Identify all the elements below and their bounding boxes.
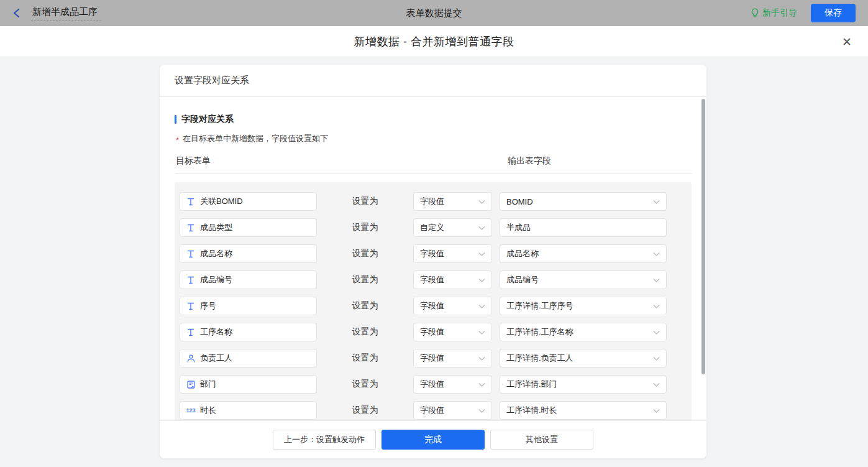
target-field-label: 负责工人: [200, 353, 232, 364]
chevron-down-icon: [478, 223, 485, 233]
target-field-label: 成品编号: [200, 274, 232, 285]
output-field-select[interactable]: 工序详情.工序序号: [500, 297, 667, 315]
chevron-down-icon: [478, 275, 485, 285]
department-field-icon: [186, 381, 195, 389]
output-field-select[interactable]: 工序详情.工序名称: [500, 323, 667, 341]
column-headers: 目标表单 输出表字段: [175, 155, 692, 174]
modal-header: 新增数据 - 合并新增到普通字段 ✕: [0, 26, 868, 57]
set-as-label: 设置为: [317, 379, 413, 390]
mapping-row: 关联BOMID 设置为 字段值 BOMID: [180, 192, 687, 211]
value-type-select[interactable]: 字段值: [413, 323, 492, 341]
target-field-label: 关联BOMID: [200, 196, 243, 207]
required-mark: *: [176, 136, 179, 145]
target-field-box: 部门: [180, 375, 317, 394]
output-field-selected: BOMID: [506, 197, 653, 206]
output-field-selected: 工序详情.工序序号: [506, 300, 653, 312]
mapping-row: 序号 设置为 字段值 工序详情.工序序号: [180, 297, 687, 315]
value-type-selected: 字段值: [420, 274, 478, 285]
text-field-icon: [186, 302, 195, 310]
text-field-icon: [186, 198, 195, 206]
target-field-label: 成品名称: [200, 248, 232, 259]
set-as-label: 设置为: [317, 300, 413, 312]
set-as-label: 设置为: [317, 326, 413, 338]
output-field-selected: 工序详情.部门: [506, 379, 653, 390]
value-type-select[interactable]: 字段值: [413, 401, 492, 420]
output-field-selected: 工序详情.时长: [506, 405, 653, 416]
chevron-down-icon: [478, 302, 485, 311]
chevron-down-icon: [478, 354, 485, 363]
value-type-select[interactable]: 字段值: [413, 297, 492, 315]
set-as-label: 设置为: [317, 405, 413, 416]
section-title: 字段对应关系: [175, 114, 692, 125]
text-field-icon: [186, 224, 195, 232]
mapping-rows: 关联BOMID 设置为 字段值 BOMID: [175, 182, 692, 420]
chevron-down-icon: [478, 197, 485, 206]
mapping-row: 成品名称 设置为 字段值 成品名称: [180, 244, 687, 263]
modal-body: 设置字段对应关系 字段对应关系 * 在目标表单中新增数据，字段值设置如下 目标表…: [0, 57, 868, 467]
target-field-box: 成品类型: [180, 218, 317, 237]
chevron-down-icon: [653, 328, 660, 337]
chevron-down-icon: [478, 328, 485, 337]
card-content: 字段对应关系 * 在目标表单中新增数据，字段值设置如下 目标表单 输出表字段: [160, 97, 706, 420]
guide-label: 新手引导: [762, 7, 797, 19]
output-field-select[interactable]: BOMID: [500, 192, 667, 211]
mapping-row: 123 时长 设置为 字段值 工序详情.时长: [180, 401, 687, 420]
set-as-label: 设置为: [317, 353, 413, 364]
set-as-label: 设置为: [317, 196, 413, 207]
value-type-select[interactable]: 字段值: [413, 375, 492, 394]
section-accent-bar: [175, 115, 176, 124]
target-field-box: 负责工人: [180, 349, 317, 368]
chevron-down-icon: [478, 380, 485, 389]
chevron-down-icon: [653, 380, 660, 389]
target-field-box: 序号: [180, 297, 317, 315]
output-field-selected: 半成品: [506, 222, 660, 233]
save-button[interactable]: 保存: [811, 4, 856, 22]
value-type-select[interactable]: 字段值: [413, 192, 492, 211]
output-field-select[interactable]: 工序详情.负责工人: [500, 349, 667, 368]
mapping-row: 成品类型 设置为 自定义 半成品: [180, 218, 687, 237]
target-field-box: 关联BOMID: [180, 192, 317, 211]
column-header-output-fields: 输出表字段: [508, 155, 692, 167]
value-type-select[interactable]: 字段值: [413, 349, 492, 368]
app-topbar: 新增半成品工序 表单数据提交 新手引导 保存: [0, 0, 868, 26]
target-field-label: 工序名称: [200, 326, 232, 338]
output-field-selected: 工序详情.负责工人: [506, 353, 653, 364]
value-type-select[interactable]: 字段值: [413, 270, 492, 289]
prev-step-button[interactable]: 上一步：设置触发动作: [273, 430, 376, 450]
mapping-row: 工序名称 设置为 字段值 工序详情.工序名称: [180, 323, 687, 341]
output-field-select[interactable]: 成品编号: [500, 270, 667, 289]
target-field-label: 时长: [200, 405, 216, 416]
target-field-label: 序号: [200, 300, 216, 312]
chevron-down-icon: [478, 406, 485, 415]
set-as-label: 设置为: [317, 248, 413, 259]
done-button[interactable]: 完成: [381, 430, 485, 450]
chevron-down-icon: [653, 249, 660, 259]
value-type-selected: 自定义: [420, 222, 478, 233]
value-type-selected: 字段值: [420, 300, 478, 312]
other-settings-button[interactable]: 其他设置: [490, 430, 593, 450]
target-field-label: 部门: [200, 379, 216, 390]
value-type-select[interactable]: 自定义: [413, 218, 492, 237]
target-field-label: 成品类型: [200, 222, 232, 233]
mapping-row: 成品编号 设置为 字段值 成品编号: [180, 270, 687, 289]
output-field-select[interactable]: 工序详情.部门: [500, 375, 667, 394]
target-field-box: 成品编号: [180, 270, 317, 289]
output-field-select[interactable]: 成品名称: [500, 244, 667, 263]
close-icon[interactable]: ✕: [839, 34, 854, 49]
field-mapping-card: 设置字段对应关系 字段对应关系 * 在目标表单中新增数据，字段值设置如下 目标表…: [160, 65, 706, 458]
chevron-down-icon: [653, 302, 660, 311]
beginner-guide-link[interactable]: 新手引导: [751, 7, 797, 19]
text-field-icon: [186, 276, 195, 284]
value-type-select[interactable]: 字段值: [413, 244, 492, 263]
mapping-row: 负责工人 设置为 字段值 工序详情.负责工人: [180, 349, 687, 368]
target-field-box: 工序名称: [180, 323, 317, 341]
vertical-scrollbar[interactable]: [701, 99, 705, 374]
value-type-selected: 字段值: [420, 379, 478, 390]
text-field-icon: [186, 250, 195, 258]
output-field-select[interactable]: 工序详情.时长: [500, 401, 667, 420]
output-field-select[interactable]: 半成品: [500, 218, 667, 237]
text-field-icon: [186, 328, 195, 336]
value-type-selected: 字段值: [420, 248, 478, 259]
target-field-box: 成品名称: [180, 244, 317, 263]
set-as-label: 设置为: [317, 274, 413, 285]
